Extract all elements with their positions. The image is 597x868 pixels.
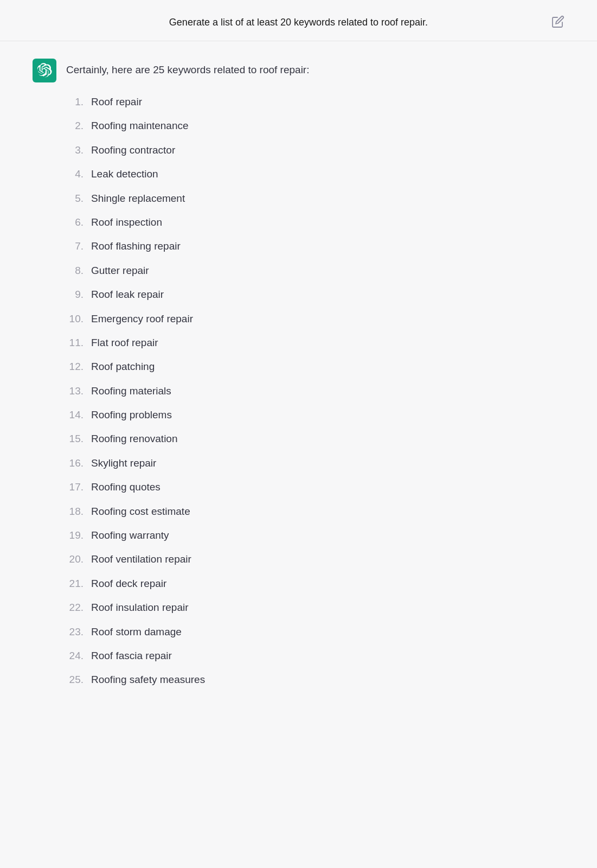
keywords-list: 1.Roof repair2.Roofing maintenance3.Roof…: [33, 90, 564, 692]
edit-icon[interactable]: [551, 15, 564, 28]
keyword-number: 20.: [66, 551, 91, 567]
keyword-text: Roof repair: [91, 94, 142, 110]
keyword-number: 18.: [66, 503, 91, 520]
keyword-number: 13.: [66, 383, 91, 399]
keyword-text: Roof ventilation repair: [91, 551, 191, 567]
keyword-text: Emergency roof repair: [91, 311, 193, 327]
keyword-number: 3.: [66, 142, 91, 158]
keyword-text: Roofing cost estimate: [91, 503, 190, 520]
keyword-item: 10.Emergency roof repair: [66, 307, 564, 331]
keyword-item: 1.Roof repair: [66, 90, 564, 114]
keyword-text: Roofing maintenance: [91, 118, 189, 134]
keyword-item: 5.Shingle replacement: [66, 187, 564, 210]
keyword-text: Roof leak repair: [91, 286, 164, 303]
keyword-text: Roofing contractor: [91, 142, 175, 158]
keyword-item: 9.Roof leak repair: [66, 283, 564, 307]
keyword-number: 14.: [66, 407, 91, 423]
keyword-text: Roofing quotes: [91, 479, 161, 495]
keyword-number: 1.: [66, 94, 91, 110]
keyword-number: 2.: [66, 118, 91, 134]
keyword-text: Skylight repair: [91, 455, 156, 471]
keyword-number: 23.: [66, 624, 91, 640]
keyword-number: 19.: [66, 527, 91, 544]
keyword-item: 25.Roofing safety measures: [66, 668, 564, 692]
keyword-item: 13.Roofing materials: [66, 379, 564, 403]
chatgpt-avatar: [33, 59, 56, 82]
keyword-number: 25.: [66, 672, 91, 688]
keyword-number: 15.: [66, 431, 91, 447]
keyword-text: Shingle replacement: [91, 190, 185, 207]
keyword-text: Flat roof repair: [91, 335, 158, 351]
keyword-item: 11.Flat roof repair: [66, 331, 564, 355]
keyword-item: 19.Roofing warranty: [66, 524, 564, 547]
response-container: Certainly, here are 25 keywords related …: [0, 41, 597, 714]
keyword-item: 4.Leak detection: [66, 162, 564, 186]
keyword-item: 17.Roofing quotes: [66, 475, 564, 499]
keyword-text: Roofing problems: [91, 407, 172, 423]
keyword-text: Roof fascia repair: [91, 648, 172, 664]
keyword-item: 2.Roofing maintenance: [66, 114, 564, 138]
keyword-item: 20.Roof ventilation repair: [66, 547, 564, 571]
keyword-number: 7.: [66, 238, 91, 254]
keyword-number: 8.: [66, 263, 91, 279]
keyword-item: 15.Roofing renovation: [66, 427, 564, 451]
keyword-text: Roofing materials: [91, 383, 171, 399]
page-container: Generate a list of at least 20 keywords …: [0, 0, 597, 868]
keyword-item: 23.Roof storm damage: [66, 620, 564, 644]
keyword-number: 5.: [66, 190, 91, 207]
keyword-text: Gutter repair: [91, 263, 149, 279]
keyword-text: Roofing warranty: [91, 527, 169, 544]
keyword-text: Roof inspection: [91, 214, 162, 231]
keyword-text: Roofing renovation: [91, 431, 178, 447]
response-header: Certainly, here are 25 keywords related …: [33, 58, 564, 82]
keyword-number: 24.: [66, 648, 91, 664]
response-intro: Certainly, here are 25 keywords related …: [66, 58, 309, 78]
keyword-item: 8.Gutter repair: [66, 259, 564, 283]
prompt-text: Generate a list of at least 20 keywords …: [33, 15, 564, 30]
keyword-number: 22.: [66, 599, 91, 616]
keyword-item: 6.Roof inspection: [66, 210, 564, 234]
keyword-number: 21.: [66, 576, 91, 592]
keyword-item: 24.Roof fascia repair: [66, 644, 564, 668]
keyword-text: Roof insulation repair: [91, 599, 189, 616]
keyword-number: 10.: [66, 311, 91, 327]
keyword-item: 22.Roof insulation repair: [66, 596, 564, 620]
keyword-text: Roofing safety measures: [91, 672, 205, 688]
keyword-text: Roof patching: [91, 359, 155, 375]
keyword-item: 21.Roof deck repair: [66, 572, 564, 596]
prompt-bar: Generate a list of at least 20 keywords …: [0, 0, 597, 41]
keyword-number: 17.: [66, 479, 91, 495]
keyword-number: 12.: [66, 359, 91, 375]
keyword-item: 3.Roofing contractor: [66, 138, 564, 162]
keyword-number: 11.: [66, 335, 91, 351]
keyword-item: 18.Roofing cost estimate: [66, 500, 564, 524]
keyword-item: 12.Roof patching: [66, 355, 564, 379]
keyword-text: Leak detection: [91, 166, 158, 182]
keyword-text: Roof flashing repair: [91, 238, 181, 254]
keyword-text: Roof deck repair: [91, 576, 166, 592]
keyword-number: 9.: [66, 286, 91, 303]
keyword-number: 4.: [66, 166, 91, 182]
keyword-number: 6.: [66, 214, 91, 231]
keyword-item: 16.Skylight repair: [66, 451, 564, 475]
keyword-number: 16.: [66, 455, 91, 471]
keyword-item: 7.Roof flashing repair: [66, 234, 564, 258]
keyword-text: Roof storm damage: [91, 624, 182, 640]
keyword-item: 14.Roofing problems: [66, 403, 564, 427]
